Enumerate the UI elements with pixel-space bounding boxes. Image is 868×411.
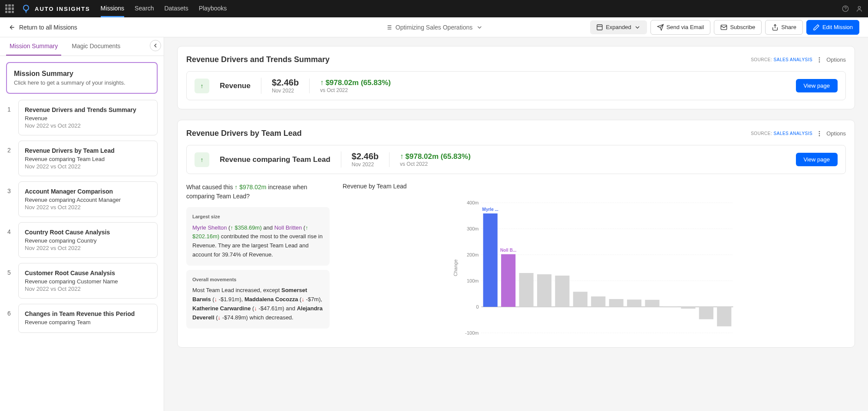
insight-label: Overall movements [192, 276, 323, 284]
svg-point-6 [819, 59, 820, 60]
chevron-down-icon [634, 24, 641, 31]
page-card-sub1: Revenue comparing Team Lead [25, 156, 151, 162]
nav-link-datasets[interactable]: Datasets [164, 0, 188, 17]
metric-value: $2.46b [352, 151, 379, 161]
send-email-label: Send via Email [667, 24, 704, 30]
svg-text:Change: Change [453, 260, 458, 276]
send-email-button[interactable]: Send via Email [650, 20, 711, 35]
send-icon [657, 24, 664, 31]
source-link[interactable]: SALES ANALYSIS [774, 57, 813, 62]
options-label[interactable]: Options [826, 130, 846, 137]
bar[interactable] [501, 254, 515, 307]
content-area: Revenue Drivers and Trends Summary SOURC… [164, 37, 868, 411]
bar[interactable] [699, 307, 713, 319]
source-link[interactable]: SALES ANALYSIS [774, 131, 813, 136]
svg-point-10 [819, 135, 820, 136]
page-card[interactable]: Changes in Team Revenue this Period Reve… [18, 304, 158, 333]
main-area: Mission Summary Magic Documents Mission … [0, 37, 868, 411]
collapse-sidebar-button[interactable] [150, 40, 161, 51]
edit-mission-button[interactable]: Edit Mission [806, 20, 859, 35]
svg-point-0 [23, 5, 29, 10]
bar[interactable] [717, 307, 731, 326]
mission-title-text: Optimizing Sales Operations [396, 24, 472, 31]
bar-chart: 400m300m200m100m0-100mChangeMyrle ...Nol… [343, 194, 846, 337]
svg-point-9 [819, 133, 820, 134]
chart-title: Revenue by Team Lead [343, 183, 846, 190]
options-label[interactable]: Options [826, 56, 846, 63]
bar[interactable] [591, 296, 605, 307]
more-vertical-icon[interactable] [816, 56, 823, 63]
source-label: SOURCE: SALES ANALYSIS [751, 57, 812, 62]
page-card[interactable]: Country Root Cause Analysis Revenue comp… [18, 222, 158, 258]
svg-point-2 [858, 7, 860, 9]
nav-link-missions[interactable]: Missions [101, 0, 124, 17]
share-button[interactable]: Share [765, 20, 803, 35]
sub-header: Return to all Missions Optimizing Sales … [0, 17, 868, 37]
share-icon [772, 24, 779, 31]
mission-summary-card[interactable]: Mission Summary Click here to get a summ… [6, 62, 158, 94]
page-card-sub1: Revenue comparing Team [25, 319, 151, 326]
more-vertical-icon[interactable] [816, 130, 823, 137]
sidebar-tabs: Mission Summary Magic Documents [0, 37, 164, 56]
bar[interactable] [663, 307, 677, 307]
apps-grid-icon[interactable] [5, 4, 14, 13]
view-page-button[interactable]: View page [796, 153, 838, 166]
chevron-left-icon [152, 42, 159, 49]
page-card[interactable]: Account Manager Comparison Revenue compa… [18, 181, 158, 217]
page-card-title: Changes in Team Revenue this Period [25, 310, 151, 317]
svg-text:300m: 300m [467, 226, 479, 231]
page-card[interactable]: Revenue Drivers by Team Lead Revenue com… [18, 141, 158, 176]
team-lead-link[interactable]: Noll Britten [274, 224, 302, 231]
metric-label: Revenue [220, 82, 251, 90]
page-list: 1 Revenue Drivers and Trends Summary Rev… [0, 100, 164, 344]
bar[interactable] [681, 307, 695, 309]
page-card[interactable]: Revenue Drivers and Trends Summary Reven… [18, 100, 158, 135]
user-icon[interactable] [856, 5, 863, 12]
insight-overall-movements: Overall movements Most Team Lead increas… [186, 270, 330, 329]
page-number: 5 [6, 263, 12, 299]
page-card-sub2: Nov 2022 vs Oct 2022 [25, 286, 151, 292]
bar[interactable] [483, 214, 498, 307]
return-link[interactable]: Return to all Missions [9, 24, 77, 31]
tab-magic-documents[interactable]: Magic Documents [68, 37, 124, 56]
team-lead-link[interactable]: Myrle Shelton [192, 224, 227, 231]
page-list-item: 3 Account Manager Comparison Revenue com… [6, 181, 158, 217]
metric-row: ↑ Revenue comparing Team Lead $2.46b Nov… [186, 145, 846, 174]
nav-link-playbooks[interactable]: Playbooks [199, 0, 227, 17]
help-icon[interactable] [842, 5, 849, 12]
bar[interactable] [627, 299, 641, 307]
svg-text:Noll B...: Noll B... [500, 248, 516, 253]
bar[interactable] [537, 274, 551, 307]
page-card-sub2: Nov 2022 vs Oct 2022 [25, 122, 151, 129]
top-nav-right [842, 5, 863, 12]
page-list-item: 2 Revenue Drivers by Team Lead Revenue c… [6, 141, 158, 176]
page-number: 2 [6, 141, 12, 176]
tab-mission-summary[interactable]: Mission Summary [6, 37, 61, 56]
insight-label: Largest size [192, 213, 323, 221]
page-list-item: 6 Changes in Team Revenue this Period Re… [6, 304, 158, 333]
chevron-down-icon [476, 24, 483, 31]
sidebar: Mission Summary Magic Documents Mission … [0, 37, 164, 411]
page-card[interactable]: Customer Root Cause Analysis Revenue com… [18, 263, 158, 299]
svg-point-8 [819, 131, 820, 132]
bar[interactable] [555, 276, 569, 307]
nav-link-search[interactable]: Search [135, 0, 154, 17]
view-page-button[interactable]: View page [796, 79, 838, 92]
bar[interactable] [645, 300, 660, 307]
bar[interactable] [573, 292, 587, 307]
metric-vs: vs Oct 2022 [320, 87, 391, 93]
svg-text:Myrle ...: Myrle ... [482, 207, 498, 212]
svg-text:100m: 100m [467, 278, 479, 283]
subscribe-button[interactable]: Subscribe [714, 20, 762, 35]
view-mode-dropdown[interactable]: Expanded [590, 20, 647, 34]
bar[interactable] [519, 273, 534, 307]
return-label: Return to all Missions [19, 24, 77, 31]
svg-point-7 [819, 61, 820, 62]
arrow-up-icon: ↑ [195, 152, 209, 167]
page-card-sub1: Revenue comparing Customer Name [25, 278, 151, 285]
bar[interactable] [609, 299, 624, 307]
brand-logo[interactable]: AUTO INSIGHTS [21, 3, 90, 14]
summary-card-subtitle: Click here to get a summary of your insi… [14, 79, 150, 86]
layout-icon [596, 24, 603, 31]
mission-title-dropdown[interactable]: Optimizing Sales Operations [385, 24, 483, 31]
